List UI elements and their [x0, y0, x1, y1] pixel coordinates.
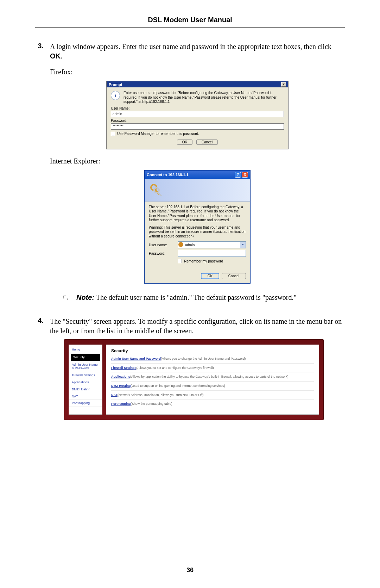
svg-rect-3	[157, 192, 162, 197]
security-main: Security Admin User Name and Password(Al…	[106, 345, 319, 415]
sidebar-item-security[interactable]: Security	[71, 354, 100, 361]
step4-text: The "Security" screen appears. To modify…	[50, 317, 345, 336]
step3-ok-bold: OK	[50, 52, 61, 60]
security-link-desc: (Used to support online gaming and Inter…	[131, 384, 225, 388]
security-screenshot: Home Security Admin User Name & Password…	[64, 339, 324, 420]
ok-button[interactable]: OK	[177, 140, 192, 145]
security-sidebar: Home Security Admin User Name & Password…	[69, 345, 102, 415]
security-link-line: Firewall Settings(Allows you to set and …	[111, 366, 314, 373]
firefox-username-input[interactable]	[111, 111, 284, 117]
ie-password-row: Password:	[149, 250, 246, 257]
security-link-line: Portmapping(Show the portmapping table)	[111, 402, 314, 408]
sidebar-item-admin[interactable]: Admin User Name & Password	[69, 361, 102, 372]
security-link-line: Applications(Allows by application the a…	[111, 375, 314, 382]
sidebar-item-dmz[interactable]: DMZ Hosting	[69, 386, 102, 393]
security-link-desc: (Allows you to change the Admin User Nam…	[161, 357, 246, 360]
firefox-title: Prompt	[109, 82, 122, 87]
security-link-desc: (Allows you to set and configure the Gat…	[137, 366, 214, 370]
ie-username-label: User name:	[149, 243, 175, 247]
step3-text-b: .	[61, 52, 62, 60]
firefox-username-label: User Name:	[111, 106, 284, 110]
step-3: 3. A login window appears. Enter the use…	[35, 42, 345, 310]
ie-button-row: OK Cancel	[149, 273, 246, 279]
ie-remember-row: Remember my password	[178, 259, 246, 263]
info-icon: i	[111, 91, 120, 100]
user-icon	[178, 242, 183, 247]
note-body: The default user name is "admin." The de…	[94, 293, 297, 301]
ie-title: Connect to 192.168.1.1	[147, 173, 189, 177]
security-link[interactable]: Applications	[111, 375, 130, 378]
firefox-prompt-dialog: Prompt X i Enter username and password f…	[106, 81, 289, 149]
cancel-button[interactable]: Cancel	[196, 140, 218, 145]
chevron-down-icon[interactable]: ▾	[240, 242, 246, 248]
close-icon[interactable]: X	[281, 82, 286, 87]
ie-password-wrap	[178, 250, 246, 257]
ie-username-wrap: ▾	[178, 241, 246, 248]
sidebar-item-applications[interactable]: Applications	[69, 379, 102, 386]
security-link[interactable]: NAT	[111, 393, 118, 397]
ie-titlebar: Connect to 192.168.1.1 ? X	[145, 171, 250, 179]
security-link[interactable]: Admin User Name and Password	[111, 357, 161, 360]
security-link-desc: (Show the portmapping table)	[131, 402, 172, 406]
ie-message-1: The server 192.168.1.1 at Before configu…	[149, 205, 246, 223]
sidebar-item-home[interactable]: Home	[69, 346, 102, 353]
ie-username-input[interactable]	[178, 241, 246, 248]
ie-label: Internet Explorer:	[50, 156, 345, 166]
ie-username-row: User name: ▾	[149, 241, 246, 248]
sidebar-item-nat[interactable]: NAT	[69, 393, 102, 400]
security-link[interactable]: DMZ Hosting	[111, 384, 131, 388]
cancel-button[interactable]: Cancel	[222, 273, 246, 279]
help-icon[interactable]: ?	[235, 172, 241, 178]
security-link-desc: (Allows by application the ability to by…	[130, 375, 288, 378]
page-number: 36	[0, 567, 380, 574]
security-link-line: DMZ Hosting(Used to support online gamin…	[111, 384, 314, 391]
firefox-password-input[interactable]	[111, 123, 284, 130]
firefox-label: Firefox:	[50, 67, 345, 77]
ie-connect-dialog: Connect to 192.168.1.1 ? X The server 19…	[144, 170, 251, 284]
step-number: 3.	[35, 42, 44, 310]
firefox-remember-row: Use Password Manager to remember this pa…	[111, 132, 284, 136]
firefox-remember-label: Use Password Manager to remember this pa…	[117, 132, 199, 136]
keys-icon	[149, 182, 164, 198]
security-link[interactable]: Portmapping	[111, 402, 131, 406]
step-4: 4. The "Security" screen appears. To mod…	[35, 317, 345, 420]
firefox-message: Enter username and password for "Before …	[124, 91, 284, 104]
firefox-body: i Enter username and password for "Befor…	[107, 87, 288, 149]
firefox-password-label: Password:	[111, 119, 284, 123]
step3-text-a: A login window appears. Enter the user n…	[50, 43, 331, 50]
header-rule	[35, 27, 345, 28]
sidebar-item-portmapping[interactable]: PortMapping	[69, 400, 102, 407]
security-title: Security	[111, 348, 314, 353]
security-link-line: NAT(Network Address Translation, allows …	[111, 393, 314, 400]
step-body: The "Security" screen appears. To modify…	[50, 317, 345, 420]
sidebar-item-firewall[interactable]: Firewall Settings	[69, 372, 102, 379]
ok-button[interactable]: OK	[201, 273, 219, 279]
close-icon[interactable]: X	[242, 172, 248, 178]
ie-remember-label: Remember my password	[184, 259, 223, 263]
ie-password-input[interactable]	[178, 250, 246, 257]
note-bold: Note:	[76, 293, 94, 301]
ie-remember-checkbox[interactable]	[178, 259, 182, 263]
pointing-hand-icon: ☞	[63, 293, 71, 303]
ie-message-2: Warning: This server is requesting that …	[149, 225, 246, 239]
security-link-line: Admin User Name and Password(Allows you …	[111, 357, 314, 364]
note-block: ☞ Note: The default user name is "admin.…	[63, 293, 345, 303]
security-link-desc: (Network Address Translation, allows you…	[118, 393, 204, 397]
firefox-remember-checkbox[interactable]	[111, 132, 115, 136]
ie-banner	[145, 179, 250, 202]
ie-body: The server 192.168.1.1 at Before configu…	[145, 202, 250, 284]
step-body: A login window appears. Enter the user n…	[50, 42, 345, 310]
step3-text: A login window appears. Enter the user n…	[50, 42, 345, 61]
firefox-button-row: OK Cancel	[111, 140, 284, 145]
step-number: 4.	[35, 317, 44, 420]
steps-list: 3. A login window appears. Enter the use…	[35, 42, 345, 420]
security-link[interactable]: Firewall Settings	[111, 366, 137, 370]
firefox-message-row: i Enter username and password for "Befor…	[111, 91, 284, 104]
firefox-titlebar: Prompt X	[107, 81, 288, 87]
ie-password-label: Password:	[149, 252, 175, 255]
note-text: Note: The default user name is "admin." …	[76, 293, 345, 303]
page-header-title: DSL Modem User Manual	[35, 16, 345, 27]
